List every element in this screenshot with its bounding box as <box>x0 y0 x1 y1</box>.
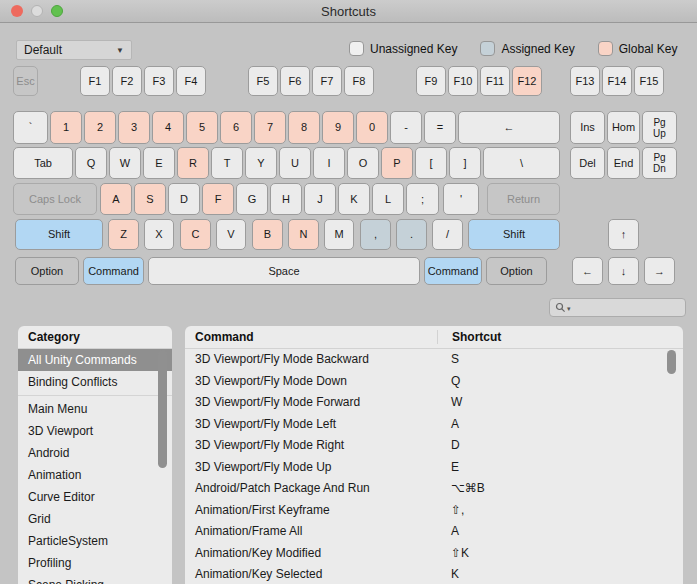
key-f[interactable]: F <box>202 183 234 215</box>
key-m[interactable]: M <box>324 219 354 250</box>
key-f6[interactable]: F6 <box>280 66 310 96</box>
key-f3[interactable]: F3 <box>144 66 174 96</box>
key-1[interactable]: 1 <box>50 111 82 144</box>
key-f15[interactable]: F15 <box>634 66 664 96</box>
key-i[interactable]: I <box>313 147 345 179</box>
key-esc[interactable]: Esc <box>13 66 38 96</box>
key-l[interactable]: L <box>372 183 404 215</box>
search-input[interactable] <box>572 301 680 315</box>
key-symbol[interactable]: ' <box>443 183 479 215</box>
key-b[interactable]: B <box>252 219 283 250</box>
key-f12[interactable]: F12 <box>512 66 542 96</box>
category-item[interactable]: All Unity Commands <box>18 349 172 371</box>
key-symbol[interactable]: ] <box>449 147 481 179</box>
key-7[interactable]: 7 <box>254 111 286 144</box>
command-row[interactable]: 3D Viewport/Fly Mode LeftA <box>185 414 683 436</box>
key-p[interactable]: P <box>381 147 413 179</box>
key-y[interactable]: Y <box>245 147 277 179</box>
key-4[interactable]: 4 <box>152 111 184 144</box>
key-caps-lock[interactable]: Caps Lock <box>13 183 97 215</box>
key-shift[interactable]: Shift <box>15 219 103 250</box>
key-s[interactable]: S <box>134 183 166 215</box>
command-row[interactable]: 3D Viewport/Fly Mode RightD <box>185 435 683 457</box>
key-5[interactable]: 5 <box>186 111 218 144</box>
key-symbol[interactable]: ← <box>458 111 560 144</box>
command-row[interactable]: Animation/First Keyframe⇧, <box>185 500 683 522</box>
key-6[interactable]: 6 <box>220 111 252 144</box>
category-item[interactable]: Scene Picking <box>18 574 172 584</box>
category-item[interactable]: 3D Viewport <box>18 420 172 442</box>
category-item[interactable]: Main Menu <box>18 398 172 420</box>
category-item[interactable]: Profiling <box>18 552 172 574</box>
key-9[interactable]: 9 <box>322 111 354 144</box>
key-8[interactable]: 8 <box>288 111 320 144</box>
key-f4[interactable]: F4 <box>176 66 206 96</box>
key-u[interactable]: U <box>279 147 311 179</box>
command-row[interactable]: Animation/Frame AllA <box>185 521 683 543</box>
key-o[interactable]: O <box>347 147 379 179</box>
key-symbol[interactable]: \ <box>483 147 560 179</box>
key-a[interactable]: A <box>100 183 132 215</box>
key-x[interactable]: X <box>144 219 174 250</box>
key-symbol[interactable]: ; <box>406 183 439 215</box>
category-item[interactable]: Curve Editor <box>18 486 172 508</box>
key-space[interactable]: Space <box>148 257 420 285</box>
category-item[interactable]: Android <box>18 442 172 464</box>
key-symbol[interactable]: → <box>644 257 675 285</box>
key-hom[interactable]: Hom <box>607 111 640 144</box>
search-field[interactable]: ▾ <box>549 298 686 317</box>
key-2[interactable]: 2 <box>84 111 116 144</box>
category-item[interactable]: Binding Conflicts <box>18 371 172 393</box>
command-row[interactable]: 3D Viewport/Fly Mode BackwardS <box>185 349 683 371</box>
key-symbol[interactable]: ↓ <box>608 257 639 285</box>
shortcut-column-header[interactable]: Shortcut <box>437 330 501 344</box>
key-t[interactable]: T <box>211 147 243 179</box>
key-return[interactable]: Return <box>487 183 560 215</box>
key-symbol[interactable]: , <box>360 219 391 250</box>
key-command[interactable]: Command <box>83 257 144 285</box>
key-w[interactable]: W <box>109 147 141 179</box>
key-f11[interactable]: F11 <box>480 66 510 96</box>
key-shift[interactable]: Shift <box>468 219 560 250</box>
key-r[interactable]: R <box>177 147 209 179</box>
key-j[interactable]: J <box>304 183 336 215</box>
category-item[interactable]: Animation <box>18 464 172 486</box>
key-symbol[interactable]: ← <box>572 257 603 285</box>
key-option[interactable]: Option <box>486 257 547 285</box>
key-n[interactable]: N <box>288 219 319 250</box>
key-f13[interactable]: F13 <box>570 66 600 96</box>
command-scrollbar[interactable] <box>667 350 676 374</box>
key-0[interactable]: 0 <box>356 111 388 144</box>
key-f10[interactable]: F10 <box>448 66 478 96</box>
key-pg-up[interactable]: Pg Up <box>642 111 677 144</box>
command-row[interactable]: 3D Viewport/Fly Mode UpE <box>185 457 683 479</box>
key-end[interactable]: End <box>607 147 640 179</box>
key-symbol[interactable]: / <box>432 219 463 250</box>
key-symbol[interactable]: ↑ <box>608 219 639 250</box>
key-q[interactable]: Q <box>75 147 107 179</box>
key-del[interactable]: Del <box>570 147 605 179</box>
key-f9[interactable]: F9 <box>416 66 446 96</box>
command-row[interactable]: Animation/Key Modified⇧K <box>185 543 683 565</box>
key-h[interactable]: H <box>270 183 302 215</box>
key-command[interactable]: Command <box>424 257 482 285</box>
key-f5[interactable]: F5 <box>248 66 278 96</box>
command-row[interactable]: 3D Viewport/Fly Mode ForwardW <box>185 392 683 414</box>
key-v[interactable]: V <box>216 219 246 250</box>
key-f8[interactable]: F8 <box>344 66 374 96</box>
key-option[interactable]: Option <box>15 257 79 285</box>
key-f14[interactable]: F14 <box>602 66 632 96</box>
key-f2[interactable]: F2 <box>112 66 142 96</box>
key-d[interactable]: D <box>168 183 200 215</box>
category-item[interactable]: Grid <box>18 508 172 530</box>
key-g[interactable]: G <box>236 183 268 215</box>
key-e[interactable]: E <box>143 147 175 179</box>
category-item[interactable]: ParticleSystem <box>18 530 172 552</box>
command-row[interactable]: Animation/Key SelectedK <box>185 564 683 584</box>
key-3[interactable]: 3 <box>118 111 150 144</box>
key-c[interactable]: C <box>180 219 211 250</box>
key-symbol[interactable]: . <box>396 219 427 250</box>
key-tab[interactable]: Tab <box>13 147 73 179</box>
command-row[interactable]: Android/Patch Package And Run⌥⌘B <box>185 478 683 500</box>
key-f1[interactable]: F1 <box>80 66 110 96</box>
